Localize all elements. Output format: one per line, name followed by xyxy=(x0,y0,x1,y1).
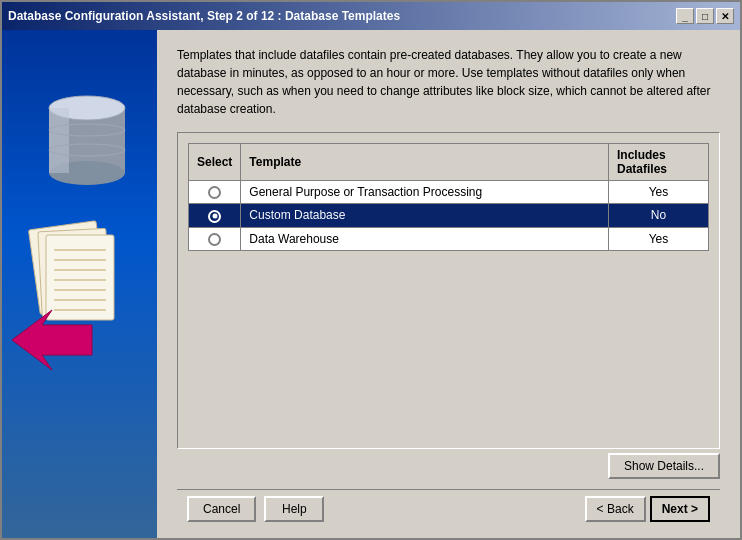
svg-rect-20 xyxy=(46,235,114,320)
radio-button-0[interactable] xyxy=(208,186,221,199)
maximize-button[interactable]: □ xyxy=(696,8,714,24)
right-buttons: < Back Next > xyxy=(585,496,710,522)
table-row[interactable]: Custom DatabaseNo xyxy=(189,204,709,227)
template-name-0: General Purpose or Transaction Processin… xyxy=(241,181,609,204)
table-row[interactable]: Data WarehouseYes xyxy=(189,227,709,250)
radio-cell-2[interactable] xyxy=(189,227,241,250)
col-header-template: Template xyxy=(241,144,609,181)
window-title: Database Configuration Assistant, Step 2… xyxy=(8,9,400,23)
template-name-2: Data Warehouse xyxy=(241,227,609,250)
left-panel xyxy=(2,30,157,538)
template-table: Select Template Includes Datafiles Gener… xyxy=(188,143,709,251)
includes-datafiles-2: Yes xyxy=(609,227,709,250)
close-button[interactable]: ✕ xyxy=(716,8,734,24)
show-details-button[interactable]: Show Details... xyxy=(608,453,720,479)
right-panel: Templates that include datafiles contain… xyxy=(157,30,740,538)
minimize-button[interactable]: _ xyxy=(676,8,694,24)
table-row[interactable]: General Purpose or Transaction Processin… xyxy=(189,181,709,204)
content-area: Select Template Includes Datafiles Gener… xyxy=(177,132,720,449)
bottom-bar: Cancel Help < Back Next > xyxy=(177,489,720,528)
includes-datafiles-1: No xyxy=(609,204,709,227)
left-buttons: Cancel Help xyxy=(187,496,324,522)
col-header-includes: Includes Datafiles xyxy=(609,144,709,181)
show-details-row: Show Details... xyxy=(177,453,720,479)
includes-datafiles-0: Yes xyxy=(609,181,709,204)
radio-cell-0[interactable] xyxy=(189,181,241,204)
help-button[interactable]: Help xyxy=(264,496,324,522)
radio-button-1[interactable] xyxy=(208,210,221,223)
template-name-1: Custom Database xyxy=(241,204,609,227)
radio-cell-1[interactable] xyxy=(189,204,241,227)
radio-button-2[interactable] xyxy=(208,233,221,246)
illustration-graphic xyxy=(2,30,157,470)
next-button[interactable]: Next > xyxy=(650,496,710,522)
cancel-button[interactable]: Cancel xyxy=(187,496,256,522)
back-button[interactable]: < Back xyxy=(585,496,646,522)
col-header-select: Select xyxy=(189,144,241,181)
title-bar: Database Configuration Assistant, Step 2… xyxy=(2,2,740,30)
svg-rect-4 xyxy=(49,108,69,173)
description-text: Templates that include datafiles contain… xyxy=(177,46,720,118)
